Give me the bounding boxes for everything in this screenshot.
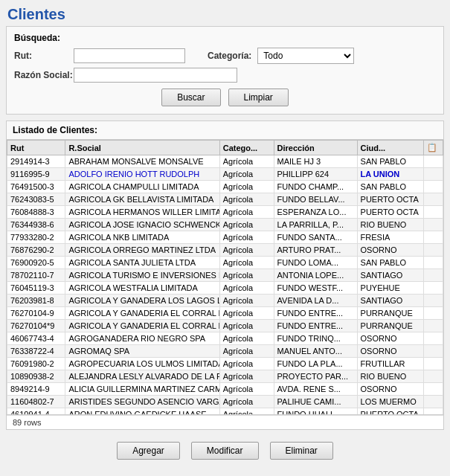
agregar-button[interactable]: Agregar xyxy=(117,442,180,460)
table-cell: SAN PABLO xyxy=(357,155,424,168)
table-cell: PUYEHUE xyxy=(357,282,424,295)
page-title: Clientes xyxy=(0,0,450,26)
col-header-ciudad[interactable]: Ciud... xyxy=(357,141,424,155)
rut-input[interactable] xyxy=(74,48,185,63)
table-row[interactable]: 8949214-9ALICIA GUILLERMINA MARTINEZ CAR… xyxy=(7,383,443,396)
table-cell: ALEJANDRA LESLY ALVARADO DE LA FUENTE xyxy=(65,370,219,383)
table-cell: FUNDO SANTA... xyxy=(274,231,357,244)
table-row[interactable]: 76344938-6AGRICOLA JOSE IGNACIO SCHWENCK… xyxy=(7,219,443,231)
table-cell: Agrícola xyxy=(219,295,274,307)
table-cell-empty xyxy=(424,244,443,257)
table-cell: FUNDO LOMA... xyxy=(274,257,357,269)
table-cell: AGRICOLA TURISMO E INVERSIONES LOS P... xyxy=(65,269,219,282)
table-row[interactable]: 76091980-2AGROPECUARIA LOS ULMOS LIMITAD… xyxy=(7,358,443,370)
table-cell: LA UNION xyxy=(357,168,424,181)
table-cell: PUERTO OCTA xyxy=(357,206,424,219)
table-cell: FUNDO BELLAV... xyxy=(274,193,357,206)
table-cell: Agrícola xyxy=(219,370,274,383)
table-cell: 76045119-3 xyxy=(7,282,65,295)
table-cell: AGRICOLA NKB LIMITADA xyxy=(65,231,219,244)
table-row[interactable]: 76270104*9AGRICOLA Y GANADERIA EL CORRAL… xyxy=(7,320,443,332)
table-row[interactable]: 2914914-3ABRAHAM MONSALVE MONSALVEAgríco… xyxy=(7,155,443,168)
bottom-buttons: Agregar Modificar Eliminar xyxy=(0,436,450,466)
table-cell: AGRICOLA WESTFALIA LIMITADA xyxy=(65,282,219,295)
table-cell: AGROMAQ SPA xyxy=(65,345,219,358)
table-cell: FUNDO WESTF... xyxy=(274,282,357,295)
table-row[interactable]: 46067743-4AGROGANADERA RIO NEGRO SPAAgrí… xyxy=(7,332,443,345)
table-cell-empty xyxy=(424,307,443,320)
table-row[interactable]: 10890938-2ALEJANDRA LESLY ALVARADO DE LA… xyxy=(7,370,443,383)
table-cell-empty xyxy=(424,320,443,332)
col-header-rsocial[interactable]: R.Social xyxy=(65,141,219,155)
table-row[interactable]: 76270104-9AGRICOLA Y GANADERIA EL CORRAL… xyxy=(7,307,443,320)
table-cell: 9116995-9 xyxy=(7,168,65,181)
table-cell: 76876290-2 xyxy=(7,244,65,257)
buscar-button[interactable]: Buscar xyxy=(161,89,220,106)
table-row[interactable]: 4610941-4ARON EDUVINO GAEDICKE HAASEAgrí… xyxy=(7,408,443,416)
table-cell: Agrícola xyxy=(219,168,274,181)
table-row[interactable]: 76084888-3AGRICOLA HERMANOS WILLER LIMIT… xyxy=(7,206,443,219)
table-cell: AVDA. RENE S... xyxy=(274,383,357,396)
table-cell: SANTIAGO xyxy=(357,295,424,307)
table-cell: PHILLIPP 624 xyxy=(274,168,357,181)
col-header-categ[interactable]: Catego... xyxy=(219,141,274,155)
table-cell-empty xyxy=(424,181,443,193)
table-cell-empty xyxy=(424,345,443,358)
table-cell: PURRANQUE xyxy=(357,307,424,320)
table-cell: 76091980-2 xyxy=(7,358,65,370)
table-container[interactable]: Rut R.Social Catego... Dirección Ciud...… xyxy=(7,140,443,415)
razon-social-input[interactable] xyxy=(74,68,237,83)
table-row[interactable]: 77933280-2AGRICOLA NKB LIMITADAAgrícolaF… xyxy=(7,231,443,244)
table-cell: 76243083-5 xyxy=(7,193,65,206)
table-cell: Agrícola xyxy=(219,193,274,206)
table-cell: AGROGANADERA RIO NEGRO SPA xyxy=(65,332,219,345)
table-cell-empty xyxy=(424,358,443,370)
table-row[interactable]: 76900920-5AGRICOLA SANTA JULIETA LTDAAgr… xyxy=(7,257,443,269)
table-cell: ALICIA GUILLERMINA MARTINEZ CARMONA xyxy=(65,383,219,396)
table-row[interactable]: 78702110-7AGRICOLA TURISMO E INVERSIONES… xyxy=(7,269,443,282)
table-cell-empty xyxy=(424,257,443,269)
table-cell: Agrícola xyxy=(219,206,274,219)
table-row[interactable]: 76876290-2AGRICOLA ORREGO MARTINEZ LTDAA… xyxy=(7,244,443,257)
table-cell: FUNDO HUALL... xyxy=(274,408,357,416)
table-cell: Agrícola xyxy=(219,219,274,231)
table-row[interactable]: 11604802-7ARISTIDES SEGUNDO ASENCIO VARG… xyxy=(7,396,443,408)
table-cell: FUNDO LA PLA... xyxy=(274,358,357,370)
table-cell: SAN PABLO xyxy=(357,257,424,269)
table-cell-empty xyxy=(424,282,443,295)
table-cell: MAILE HJ 3 xyxy=(274,155,357,168)
table-cell: Agrícola xyxy=(219,396,274,408)
razon-social-label: Razón Social: xyxy=(14,70,74,80)
table-cell: 76338722-4 xyxy=(7,345,65,358)
eliminar-button[interactable]: Eliminar xyxy=(270,442,333,460)
table-row[interactable]: 76491500-3AGRICOLA CHAMPULLI LIMITADAAgr… xyxy=(7,181,443,193)
table-cell: Agrícola xyxy=(219,358,274,370)
table-row[interactable]: 76203981-8AGRICOLA Y GANADERA LOS LAGOS … xyxy=(7,295,443,307)
table-row[interactable]: 9116995-9ADOLFO IRENIO HOTT RUDOLPHAgríc… xyxy=(7,168,443,181)
table-row[interactable]: 76243083-5AGRICOLA GK BELLAVISTA LIMITAD… xyxy=(7,193,443,206)
table-cell: AGRICOLA ORREGO MARTINEZ LTDA xyxy=(65,244,219,257)
table-cell: AGROPECUARIA LOS ULMOS LIMITADA xyxy=(65,358,219,370)
table-cell: Agrícola xyxy=(219,408,274,416)
table-row[interactable]: 76045119-3AGRICOLA WESTFALIA LIMITADAAgr… xyxy=(7,282,443,295)
table-cell: Agrícola xyxy=(219,320,274,332)
table-cell: FUNDO CHAMP... xyxy=(274,181,357,193)
table-cell: PURRANQUE xyxy=(357,320,424,332)
col-header-rut[interactable]: Rut xyxy=(7,141,65,155)
col-header-dir[interactable]: Dirección xyxy=(274,141,357,155)
table-cell: Agrícola xyxy=(219,307,274,320)
table-row[interactable]: 76338722-4AGROMAQ SPAAgrícolaMANUEL ANTO… xyxy=(7,345,443,358)
table-cell: OSORNO xyxy=(357,383,424,396)
modificar-button[interactable]: Modificar xyxy=(191,442,259,460)
table-cell: Agrícola xyxy=(219,269,274,282)
table-cell: Agrícola xyxy=(219,181,274,193)
table-cell: ESPERANZA LO... xyxy=(274,206,357,219)
table-cell: 10890938-2 xyxy=(7,370,65,383)
table-cell: 77933280-2 xyxy=(7,231,65,244)
col-header-icon: 📋 xyxy=(424,141,443,155)
categoria-select[interactable]: Todo Agrícola Ganadero Otro xyxy=(257,48,354,64)
limpiar-button[interactable]: Limpiar xyxy=(228,89,289,106)
table-cell: FRESIA xyxy=(357,231,424,244)
table-cell: AGRICOLA HERMANOS WILLER LIMITADA xyxy=(65,206,219,219)
row-count: 89 rows xyxy=(7,415,443,429)
